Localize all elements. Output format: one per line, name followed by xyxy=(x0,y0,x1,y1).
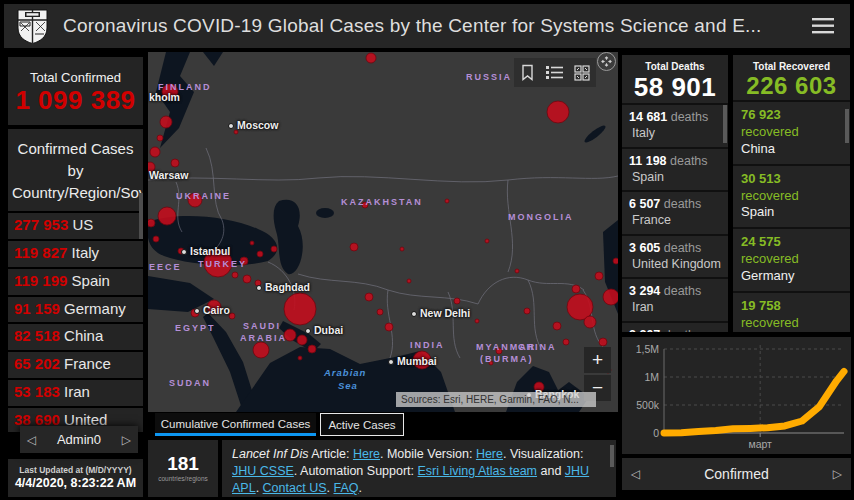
recovered-row[interactable]: 76 923recoveredChina xyxy=(733,100,850,164)
case-bubble[interactable] xyxy=(207,300,221,314)
case-bubble[interactable] xyxy=(515,269,519,273)
case-bubble[interactable] xyxy=(153,236,159,242)
case-bubble[interactable] xyxy=(362,202,368,208)
case-bubble[interactable] xyxy=(385,323,393,331)
case-bubble[interactable] xyxy=(284,293,316,325)
confirmed-row[interactable]: 65 202 France xyxy=(8,350,143,378)
deaths-list-scrollbar[interactable] xyxy=(723,105,727,143)
case-bubble[interactable] xyxy=(148,162,155,172)
case-bubble[interactable] xyxy=(178,248,184,254)
confirmed-row[interactable]: 91 159 Germany xyxy=(8,295,143,323)
world-map[interactable]: FINLAND RUSSIA UKRAINE KAZAKHSTAN MONGOL… xyxy=(148,52,618,412)
case-bubble[interactable] xyxy=(563,339,569,345)
case-bubble[interactable] xyxy=(595,272,603,280)
case-bubble[interactable] xyxy=(475,319,479,323)
case-bubble[interactable] xyxy=(255,280,261,286)
basemap-grid-icon[interactable] xyxy=(574,65,590,81)
case-bubble[interactable] xyxy=(308,345,316,353)
recovered-list-scrollbar[interactable] xyxy=(845,109,849,143)
case-bubble[interactable] xyxy=(350,243,358,251)
legend-list-icon[interactable] xyxy=(546,65,563,80)
credits-link[interactable]: JHU CSSE xyxy=(232,464,294,478)
confirmed-list-scrollbar[interactable] xyxy=(139,193,143,239)
credits-text-segment: Article: xyxy=(308,447,352,461)
zoom-in-button[interactable]: + xyxy=(584,347,611,373)
case-bubble[interactable] xyxy=(366,53,376,63)
case-bubble[interactable] xyxy=(243,275,251,283)
case-bubble[interactable] xyxy=(496,348,502,354)
recovered-row[interactable]: 19 758recoveredItaly xyxy=(733,291,850,332)
case-bubble[interactable] xyxy=(454,298,460,304)
case-bubble[interactable] xyxy=(162,84,178,100)
case-bubble[interactable] xyxy=(271,246,277,252)
chart-prev-arrow-icon[interactable]: ◁ xyxy=(631,467,640,481)
case-bubble[interactable] xyxy=(171,159,179,167)
case-bubble[interactable] xyxy=(613,258,618,264)
case-bubble[interactable] xyxy=(234,130,238,134)
case-bubble[interactable] xyxy=(188,193,202,207)
case-bubble[interactable] xyxy=(524,308,530,314)
case-bubble[interactable] xyxy=(584,316,596,328)
case-bubble[interactable] xyxy=(298,356,302,360)
case-bubble[interactable] xyxy=(599,338,607,346)
case-bubble[interactable] xyxy=(229,313,235,319)
expand-map-icon[interactable] xyxy=(597,52,616,71)
confirmed-row[interactable]: 53 183 Iran xyxy=(8,378,143,406)
confirmed-row[interactable]: 277 953 US xyxy=(8,211,143,239)
case-bubble[interactable] xyxy=(445,199,449,203)
case-bubble[interactable] xyxy=(158,207,176,225)
case-bubble[interactable] xyxy=(148,219,155,227)
case-bubble[interactable] xyxy=(257,251,263,257)
case-bubble[interactable] xyxy=(284,329,296,341)
case-bubble[interactable] xyxy=(485,239,489,243)
deaths-row[interactable]: 11 198 deathsSpain xyxy=(622,147,728,191)
case-bubble[interactable] xyxy=(365,293,373,301)
credits-link[interactable]: Contact US xyxy=(263,481,327,495)
chart-next-arrow-icon[interactable]: ▷ xyxy=(833,467,842,481)
bookmark-icon[interactable] xyxy=(520,64,535,81)
admin-next-arrow-icon[interactable]: ▷ xyxy=(122,433,131,447)
case-bubble[interactable] xyxy=(400,247,404,251)
case-bubble[interactable] xyxy=(253,342,269,358)
deaths-row[interactable]: 3 207 deathsHubei China xyxy=(622,321,728,333)
case-bubble[interactable] xyxy=(489,361,493,365)
case-bubble[interactable] xyxy=(250,241,254,245)
confirmed-row[interactable]: 82 518 China xyxy=(8,322,143,350)
recovered-row[interactable]: 30 513recoveredSpain xyxy=(733,164,850,228)
case-bubble[interactable] xyxy=(297,335,307,345)
deaths-row[interactable]: 3 294 deathsIran xyxy=(622,277,728,321)
case-bubble[interactable] xyxy=(534,382,544,392)
recovered-row[interactable]: 24 575recoveredGermany xyxy=(733,227,850,291)
admin-level-pager: ◁ Admin0 ▷ xyxy=(20,426,138,453)
case-bubble[interactable] xyxy=(572,285,580,293)
hamburger-menu-icon[interactable] xyxy=(812,18,834,34)
case-bubble[interactable] xyxy=(413,351,431,369)
case-bubble[interactable] xyxy=(191,309,199,317)
case-bubble[interactable] xyxy=(240,257,248,265)
total-confirmed-value: 1 099 389 xyxy=(8,85,143,116)
credits-link[interactable]: Here xyxy=(353,447,380,461)
deaths-row[interactable]: 3 605 deathsUnited Kingdom xyxy=(622,234,728,278)
case-bubble[interactable] xyxy=(150,147,160,157)
credits-link[interactable]: Esri Living Atlas team xyxy=(418,464,538,478)
admin-prev-arrow-icon[interactable]: ◁ xyxy=(27,433,36,447)
case-bubble[interactable] xyxy=(407,279,411,283)
confirmed-row[interactable]: 119 199 Spain xyxy=(8,267,143,295)
case-bubble[interactable] xyxy=(232,272,238,278)
tab-active-cases[interactable]: Active Cases xyxy=(320,413,404,436)
case-bubble[interactable] xyxy=(377,309,383,315)
case-bubble[interactable] xyxy=(553,322,561,330)
case-bubble[interactable] xyxy=(208,252,212,256)
tab-cumulative-confirmed-cases[interactable]: Cumulative Confirmed Cases xyxy=(155,413,316,436)
confirmed-row[interactable]: 119 827 Italy xyxy=(8,239,143,267)
case-bubble[interactable] xyxy=(157,135,163,141)
credits-scrollbar[interactable] xyxy=(610,445,614,467)
credits-link[interactable]: Here xyxy=(476,447,503,461)
confirmed-cases-chart[interactable]: 1,5M 1M 500k 0 март xyxy=(622,337,851,454)
credits-link[interactable]: FAQ xyxy=(333,481,358,495)
case-bubble[interactable] xyxy=(547,101,569,123)
case-bubble[interactable] xyxy=(603,289,618,305)
case-bubble[interactable] xyxy=(160,116,172,128)
deaths-row[interactable]: 14 681 deathsItaly xyxy=(622,103,728,147)
deaths-row[interactable]: 6 507 deathsFrance xyxy=(622,190,728,234)
